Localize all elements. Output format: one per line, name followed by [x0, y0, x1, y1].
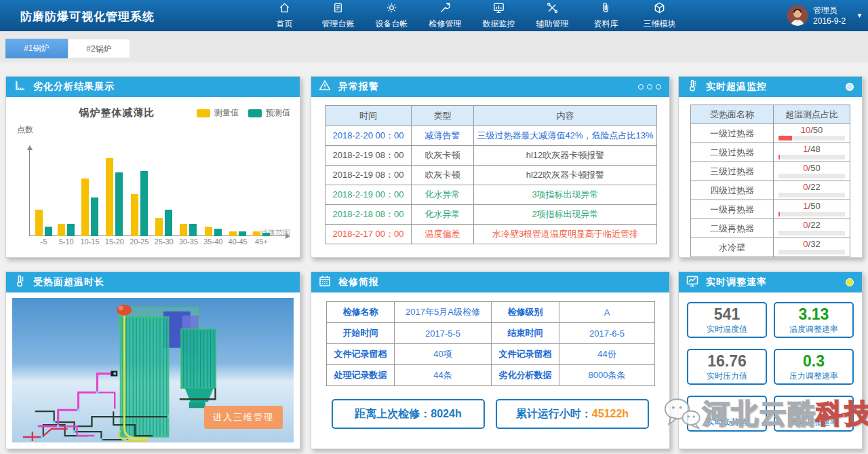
rate-card-temp-rate: 3.13 温度调整速率 — [774, 302, 854, 338]
x-tick-label: 45+ — [255, 236, 268, 248]
tab-boiler-2[interactable]: #2锅炉 — [68, 39, 130, 58]
overtemp-row: 二级再热器 0/22 — [691, 219, 850, 238]
ledger-icon — [332, 1, 344, 18]
nav-item-maintenance[interactable]: 检修管理 — [418, 0, 472, 31]
bar-series: -55-1010-1515-2020-2525-3030-3535-4040-4… — [35, 146, 270, 248]
overtemp-count: 1 — [803, 144, 808, 154]
nav-item-auxiliary[interactable]: 辅助管理 — [526, 0, 579, 31]
pager-dot[interactable] — [656, 84, 661, 90]
overtemp-count: 0 — [803, 182, 808, 192]
overtemp-table: 受热面名称 超温测点占比 一级过热器 10/50 二级过热器 1/48 三级过热… — [690, 105, 850, 257]
panel-header: 实时超温监控 — [679, 77, 862, 97]
bar-group: 10-15 — [80, 178, 99, 248]
field-value: 2017年5月A级检修 — [395, 302, 492, 323]
x-tick-label: -5 — [41, 236, 47, 248]
overtemp-count: 0 — [803, 163, 808, 173]
alarm-type: 化水异常 — [412, 185, 474, 205]
calendar-icon — [318, 274, 338, 290]
field-label: 文件记录留档 — [327, 344, 395, 365]
alarm-time: 2018-2-19 08：00 — [326, 166, 412, 185]
nav-item-home[interactable]: 首页 — [258, 0, 311, 31]
pager-dot[interactable] — [638, 84, 644, 90]
panel-title: 异常报警 — [338, 81, 379, 93]
stat-label: 累计运行小时： — [516, 407, 592, 421]
total-running-hours-button[interactable]: 累计运行小时： 45122h — [496, 399, 649, 429]
alarm-pager-dots[interactable] — [638, 84, 661, 90]
degradation-chart: 锅炉整体减薄比 测量值 预测值 点数 减薄范围 -55-1010-1515-20… — [6, 107, 300, 267]
progress-track — [778, 136, 845, 140]
x-tick-label: 35-40 — [203, 236, 222, 248]
rate-value: 3.13 — [775, 305, 852, 324]
total-count: /22 — [808, 220, 821, 230]
overtemp-header-row: 受热面名称 超温测点占比 — [691, 105, 850, 124]
repair-row: 开始时间 2017-5-5 结束时间 2017-6-5 — [327, 323, 655, 344]
surface-name: 二级再热器 — [691, 219, 774, 238]
alert-triangle-icon — [318, 79, 338, 95]
nav-item-ledger[interactable]: 管理台账 — [311, 0, 365, 31]
overtemp-ratio: 0/32 — [774, 238, 850, 257]
rate-label: 实时负荷值 — [688, 417, 766, 428]
stat-label: 距离上次检修： — [355, 407, 431, 421]
bar — [239, 231, 246, 236]
rate-value — [775, 399, 852, 417]
overtemp-ratio: 0/22 — [774, 219, 850, 238]
bar-group: 20-25 — [130, 171, 149, 248]
overtemp-row: 三级过热器 0/50 — [691, 162, 850, 181]
alarm-type: 温度偏差 — [412, 225, 474, 244]
tab-boiler-1[interactable]: #1锅炉 — [5, 39, 68, 58]
progress-track — [778, 212, 845, 216]
chart-top-row: 锅炉整体减薄比 测量值 预测值 — [37, 107, 290, 119]
bar — [106, 158, 113, 236]
x-tick-label: 5-10 — [59, 236, 74, 248]
boiler-3d-view[interactable]: 进入三维管理 — [12, 298, 294, 442]
nav-item-data-monitor[interactable]: 数据监控 — [472, 0, 526, 31]
x-tick-label: 25-30 — [155, 236, 174, 248]
x-tick-label: 15-20 — [105, 236, 124, 248]
overtemp-ratio: 1/48 — [774, 143, 850, 162]
surface-name: 三级过热器 — [691, 162, 774, 181]
bar — [91, 197, 98, 236]
total-count: /50 — [810, 125, 823, 135]
status-indicator — [846, 83, 854, 91]
total-count: /22 — [808, 182, 821, 192]
alarm-content: hl12吹灰器卡顿报警 — [474, 146, 657, 166]
chart-plot: -55-1010-1515-2020-2525-3030-3535-4040-4… — [29, 146, 289, 248]
field-value: A — [559, 302, 655, 323]
rate-card-temperature: 541 实时温度值 — [687, 302, 767, 338]
field-value: 2017-6-5 — [559, 323, 655, 344]
progress-track — [778, 231, 845, 235]
panel-header: 实时调整速率 — [679, 272, 862, 292]
nav-item-equipment[interactable]: 设备台帐 — [365, 0, 418, 31]
progress-track — [778, 174, 845, 178]
bar — [229, 231, 237, 236]
home-icon — [278, 1, 291, 18]
cube-icon — [653, 1, 666, 18]
column-header: 类型 — [412, 106, 474, 126]
progress-fill — [778, 212, 780, 216]
enter-3d-management-button[interactable]: 进入三维管理 — [204, 406, 283, 429]
user-menu[interactable]: 管理员 2016-9-2 ▼ — [787, 0, 863, 31]
field-label: 检修级别 — [492, 302, 559, 323]
panel-title: 检修简报 — [338, 276, 379, 288]
since-last-repair-button[interactable]: 距离上次检修： 8024h — [332, 399, 485, 429]
bar-group: 40-45 — [229, 231, 248, 248]
alarm-type: 吹灰卡顿 — [412, 146, 474, 166]
rate-label: 实时压力值 — [688, 371, 766, 382]
alarm-row: 2018-2-17 00：00 温度偏差 水冷壁3根管道温度明显高于临近管排 — [326, 225, 657, 244]
avatar — [787, 5, 808, 26]
alarm-row: 2018-2-19 08：00 吹灰卡顿 hl22吹灰器卡顿报警 — [326, 166, 657, 185]
legend-swatch-measured — [197, 109, 210, 117]
pager-dot[interactable] — [647, 84, 652, 90]
chevron-down-icon[interactable]: ▼ — [856, 12, 863, 19]
nav-item-3d-module[interactable]: 三维模块 — [633, 0, 686, 31]
alarm-row: 2018-2-19 00：00 化水异常 3项指标出现异常 — [326, 185, 657, 205]
alarm-content: hl22吹灰器卡顿报警 — [474, 166, 657, 185]
data-monitor-icon — [492, 1, 505, 18]
panel-degradation-analysis: 劣化分析结果展示 锅炉整体减薄比 测量值 预测值 点数 减薄范围 -55-101… — [5, 76, 300, 258]
surface-name: 一级过热器 — [691, 124, 774, 143]
alarm-content: 2项指标出现异常 — [474, 205, 657, 225]
panel-header: 劣化分析结果展示 — [6, 77, 300, 97]
panel-title: 实时超温监控 — [706, 81, 767, 93]
y-axis-label: 点数 — [17, 124, 33, 136]
nav-item-library[interactable]: 资料库 — [579, 0, 633, 31]
